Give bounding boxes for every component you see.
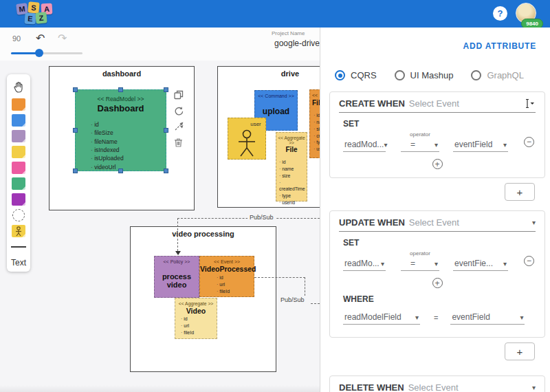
pan-hand-icon[interactable] [11, 80, 26, 95]
rotate-icon[interactable] [173, 105, 184, 116]
chevron-down-icon: ▾ [532, 384, 536, 391]
lasso-circle-tool[interactable] [12, 209, 25, 221]
add-mapping-icon[interactable]: + [432, 159, 443, 169]
update-when-event-select[interactable]: UPDATE WHEN Select Event ▾ [339, 217, 536, 232]
chevron-down-icon: ▾ [532, 219, 536, 226]
resize-handle-nw[interactable] [73, 87, 78, 92]
actor-sticky-user[interactable]: user [228, 118, 266, 160]
event-sticky-clipped[interactable]: << File idnamesizecreatedTimetypeuserId [309, 89, 320, 158]
stereotype-label: << Aggregate >> [175, 301, 217, 306]
where-label: WHERE [343, 294, 536, 304]
aggregate-sticky-file[interactable]: << Aggregate >> File idnamesizecreatedTi… [276, 132, 307, 202]
line-tool[interactable] [11, 246, 26, 248]
user-avatar[interactable]: 9840 [516, 3, 538, 25]
connection-arrowhead [175, 251, 181, 255]
attribute-item: url [181, 323, 217, 329]
msaez-logo[interactable]: M S A E Z [16, 1, 60, 26]
sticky-name: VideoProcessed [200, 265, 254, 273]
project-name-input[interactable]: google-drive [270, 36, 320, 48]
equals-label: = [434, 314, 438, 322]
resize-handle-sw[interactable] [73, 168, 78, 173]
redo-icon[interactable]: ↷ [58, 32, 67, 45]
attribute-item: userId [314, 146, 320, 153]
sticky-swatch-yellow[interactable] [12, 146, 25, 158]
sticky-swatch-lavender[interactable] [12, 130, 25, 142]
actor-sticky-tool[interactable] [12, 225, 25, 237]
attribute-list: idnamesizecreatedTimetypeuserId [276, 159, 307, 206]
delete-icon[interactable] [173, 137, 184, 148]
attribute-item: name [279, 166, 307, 173]
attribute-item: videoUrl [91, 163, 166, 171]
attribute-item: type [314, 139, 320, 146]
chevron-down-icon: ▾ [503, 260, 507, 268]
chevron-down-icon: ▾ [384, 141, 387, 149]
model-canvas[interactable]: Text dashboard << ReadModel >> Dashboard… [0, 61, 320, 392]
zoom-slider[interactable] [11, 49, 82, 57]
resize-handle-e[interactable] [164, 128, 168, 133]
select-event-placeholder: Select Event [409, 98, 520, 109]
pubsub-connection-line [311, 303, 320, 304]
zoom-level-value: 90 [12, 34, 21, 43]
set-label: SET [343, 238, 536, 248]
event-sticky-videoprocessed[interactable]: << Event >> VideoProcessed idurlfileId [199, 256, 254, 297]
add-create-rule-button[interactable]: + [505, 183, 535, 201]
operator-label: operator [401, 131, 439, 138]
radio-graphql[interactable]: GraphQL [471, 70, 523, 80]
attribute-list: idurlfileId [200, 274, 254, 295]
readmodel-field-select[interactable]: readMo...▾ [343, 257, 386, 271]
sticky-swatch-green[interactable] [12, 177, 25, 190]
sticky-swatch-blue[interactable] [12, 114, 25, 127]
resize-handle-n[interactable] [118, 87, 123, 92]
logo-tile-e: E [24, 12, 36, 24]
pubsub-connection-line[interactable] [305, 277, 305, 296]
where-event-field-select[interactable]: eventField▾ [450, 311, 525, 325]
delete-when-label: DELETE WHEN [339, 382, 404, 392]
duplicate-icon[interactable] [173, 89, 184, 100]
resize-handle-ne[interactable] [164, 87, 168, 92]
resize-handle-se[interactable] [164, 168, 168, 173]
text-cursor-icon [523, 98, 536, 109]
attribute-item: id [279, 159, 307, 166]
add-update-rule-button[interactable]: + [505, 342, 535, 360]
remove-mapping-icon[interactable]: − [524, 137, 534, 147]
text-tool[interactable]: Text [11, 258, 26, 268]
sticky-swatch-orange[interactable] [12, 98, 25, 111]
pubsub-connection-line[interactable] [177, 218, 178, 251]
radio-icon [335, 70, 345, 80]
readmodel-field-select[interactable]: readMod...▾ [343, 138, 386, 152]
add-mapping-icon[interactable]: + [432, 278, 443, 288]
radio-ui-mashup[interactable]: UI Mashup [395, 70, 454, 80]
stereotype-label: << ReadModel >> [76, 96, 166, 102]
sticky-swatch-purple[interactable] [12, 193, 25, 206]
event-field-select[interactable]: eventField▾ [453, 138, 508, 152]
readmodel-properties-panel: ADD ATTRIBUTE CQRS UI Mashup GraphQL [320, 28, 550, 392]
resize-handle-s[interactable] [118, 168, 123, 173]
where-readmodel-field-select[interactable]: readModelField▾ [343, 311, 420, 325]
sticky-name: File [276, 146, 307, 153]
mode-radio-group: CQRS UI Mashup GraphQL [335, 70, 545, 80]
add-attribute-button[interactable]: ADD ATTRIBUTE [463, 41, 536, 51]
update-when-label: UPDATE WHEN [339, 217, 405, 228]
operator-select[interactable]: =▾ [401, 257, 439, 271]
policy-sticky-process-video[interactable]: << Policy >> process video [154, 256, 199, 298]
select-event-placeholder: Select Event [408, 382, 532, 392]
connect-arrow-icon[interactable] [173, 121, 184, 132]
delete-when-event-select[interactable]: DELETE WHEN Select Event ▾ [339, 382, 536, 392]
undo-icon[interactable]: ↶ [36, 32, 45, 45]
zoom-slider-thumb[interactable] [35, 49, 43, 57]
create-when-event-select[interactable]: CREATE WHEN Select Event [339, 98, 536, 113]
project-name-field[interactable]: Project Name google-drive [270, 30, 320, 48]
aggregate-sticky-video[interactable]: << Aggregate >> Video idurlfileId [175, 298, 217, 339]
radio-cqrs[interactable]: CQRS [335, 70, 377, 80]
remove-mapping-icon[interactable]: − [524, 256, 534, 266]
resize-handle-w[interactable] [73, 128, 78, 133]
operator-select[interactable]: =▾ [401, 138, 439, 152]
event-field-select[interactable]: eventFie...▾ [453, 257, 508, 271]
stereotype-label: << [312, 93, 320, 98]
help-icon[interactable]: ? [493, 6, 507, 21]
readmodel-sticky-dashboard[interactable]: << ReadModel >> Dashboard idfileSizefile… [75, 89, 166, 171]
sticker-palette: Text [7, 74, 30, 272]
pubsub-connection-line[interactable] [254, 277, 305, 278]
sticky-swatch-pink[interactable] [12, 162, 25, 174]
attribute-item: fileSize [91, 129, 166, 137]
